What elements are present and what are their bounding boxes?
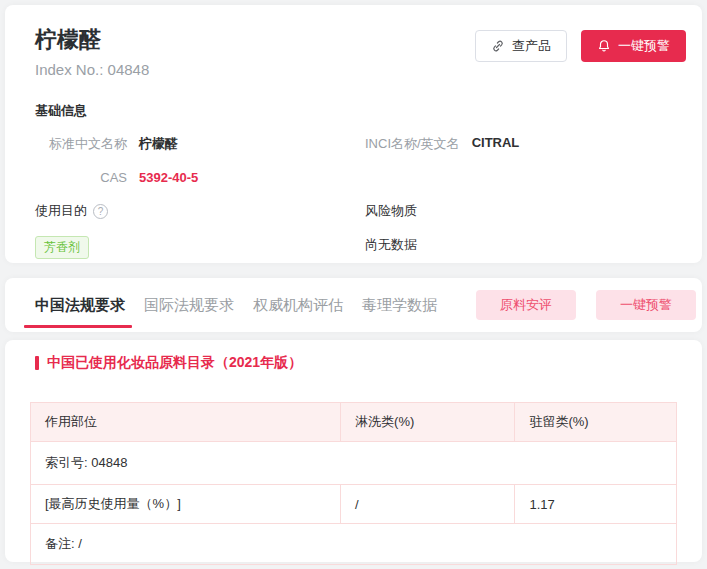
field-label: INCI名称/英文名 [365, 135, 460, 153]
tab-international-regulations[interactable]: 国际法规要求 [144, 279, 234, 332]
risk-substance-label: 风险物质 [365, 202, 417, 220]
purpose-tag: 芳香剂 [35, 236, 89, 258]
catalog-section-title: 中国已使用化妆品原料目录（2021年版） [47, 354, 302, 372]
alert-button-secondary[interactable]: 一键预警 [596, 290, 696, 320]
header-cell-rinse-off: 淋洗类(%) [341, 403, 515, 442]
link-icon [491, 39, 505, 53]
check-products-button[interactable]: 查产品 [475, 30, 567, 62]
field-value: 柠檬醛 [139, 135, 178, 153]
note-cell: 备注: / [31, 524, 677, 565]
table-row-index: 索引号: 04848 [31, 442, 677, 485]
catalog-table: 索引号: 04848 作用部位 淋洗类(%) 驻留类(%) [最高历史使用量（%… [30, 402, 677, 565]
field-inci-name: INCI名称/英文名 CITRAL [365, 135, 686, 153]
table-row: [最高历史使用量（%）] / 1.17 [31, 485, 677, 524]
check-products-label: 查产品 [512, 37, 551, 55]
alert-button-label: 一键预警 [618, 37, 670, 55]
risk-substance-value: 尚无数据 [365, 236, 417, 254]
field-cas: CAS 5392-40-5 [35, 170, 365, 185]
field-value: CITRAL [472, 135, 520, 150]
section-marker-bar [35, 356, 39, 370]
page-header: 柠檬醛 Index No.: 04848 查产品 [35, 27, 686, 78]
basic-info-section-title: 基础信息 [35, 102, 686, 120]
cell-max-historical-usage: [最高历史使用量（%）] [31, 485, 341, 524]
tab-china-regulations[interactable]: 中国法规要求 [35, 279, 125, 332]
index-number: Index No.: 04848 [35, 61, 149, 78]
tabs-bar: 中国法规要求 国际法规要求 权威机构评估 毒理学数据 原料安评 一键预警 [5, 278, 702, 332]
page-title: 柠檬醛 [35, 27, 149, 53]
catalog-section-header: 中国已使用化妆品原料目录（2021年版） [35, 354, 677, 372]
header-cell-body-part: 作用部位 [31, 403, 341, 442]
catalog-card: 中国已使用化妆品原料目录（2021年版） 索引号: 04848 作用部位 淋洗类… [5, 340, 702, 562]
raw-material-safety-button[interactable]: 原料安评 [476, 290, 576, 320]
tab-toxicology-data[interactable]: 毒理学数据 [362, 279, 437, 332]
cas-number-link[interactable]: 5392-40-5 [139, 170, 198, 185]
alert-button[interactable]: 一键预警 [581, 30, 686, 62]
cell-rinse-off-value: / [341, 485, 515, 524]
basic-info-grid: 标准中文名称 柠檬醛 INCI名称/英文名 CITRAL CAS 5392-40… [35, 135, 686, 185]
tab-authority-assessment[interactable]: 权威机构评估 [253, 279, 343, 332]
purpose-tags-row: 芳香剂 尚无数据 [35, 236, 686, 258]
table-header-row: 作用部位 淋洗类(%) 驻留类(%) [31, 403, 677, 442]
header-cell-leave-on: 驻留类(%) [515, 403, 677, 442]
info-row: 标准中文名称 柠檬醛 INCI名称/英文名 CITRAL [35, 135, 686, 153]
purpose-risk-row: 使用目的 ? 风险物质 [35, 202, 686, 220]
help-icon[interactable]: ? [93, 204, 108, 219]
index-number-cell: 索引号: 04848 [31, 442, 677, 485]
info-row: CAS 5392-40-5 [35, 170, 686, 185]
cell-leave-on-value: 1.17 [515, 485, 677, 524]
field-label: 标准中文名称 [35, 135, 127, 153]
table-row-note: 备注: / [31, 524, 677, 565]
usage-purpose-label: 使用目的 [35, 202, 87, 220]
bell-icon [597, 39, 611, 53]
title-block: 柠檬醛 Index No.: 04848 [35, 27, 149, 78]
header-actions: 查产品 一键预警 [475, 30, 686, 62]
basic-info-card: 柠檬醛 Index No.: 04848 查产品 [5, 5, 702, 263]
usage-purpose-label-wrap: 使用目的 ? [35, 202, 108, 220]
field-cn-name: 标准中文名称 柠檬醛 [35, 135, 365, 153]
field-label: CAS [35, 170, 127, 185]
